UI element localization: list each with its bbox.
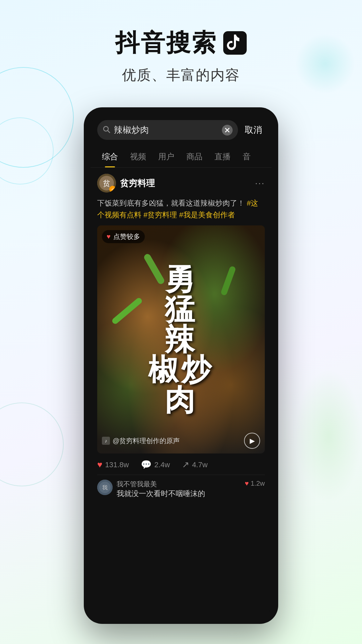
post-section: 贫 ✓ 贫穷料理 ··· 下饭菜到底有多凶猛，就看这道辣椒炒肉了！ #这个视频有… bbox=[90, 168, 272, 499]
post-stats: ♥ 131.8w 💬 2.4w ↗ 4.7w bbox=[97, 453, 265, 475]
comment-icon: 💬 bbox=[141, 460, 152, 470]
title-text: 抖音搜索 bbox=[115, 27, 217, 59]
like-icon: ♥ bbox=[97, 460, 102, 470]
top-section: 抖音搜索 优质、丰富的内容 bbox=[0, 27, 362, 85]
video-background: ♥ 点赞较多 勇 猛 辣 椒炒 肉 bbox=[97, 225, 265, 453]
svg-text:我: 我 bbox=[102, 485, 108, 490]
post-user-info[interactable]: 贫 ✓ 贫穷料理 bbox=[97, 174, 155, 193]
tab-直播[interactable]: 直播 bbox=[208, 146, 237, 167]
phone-mockup: 辣椒炒肉 取消 综合 视频 bbox=[84, 107, 278, 624]
video-thumbnail[interactable]: ♥ 点赞较多 勇 猛 辣 椒炒 肉 bbox=[97, 225, 265, 453]
more-options-button[interactable]: ··· bbox=[255, 178, 265, 189]
verified-badge: ✓ bbox=[109, 186, 116, 193]
comment-text: 我就没一次看时不咽唾沫的 bbox=[117, 489, 241, 499]
comments-section: 我 我不管我最美 我就没一次看时不咽唾沫的 ♥ 1.2w bbox=[97, 475, 265, 499]
video-badge: ♥ 点赞较多 bbox=[102, 230, 145, 243]
username-label: 贫穷料理 bbox=[120, 177, 155, 189]
svg-point-0 bbox=[104, 126, 108, 131]
comments-count: 2.4w bbox=[154, 461, 170, 469]
comment-item: 我 我不管我最美 我就没一次看时不咽唾沫的 ♥ 1.2w bbox=[97, 480, 265, 499]
comment-like-count[interactable]: ♥ 1.2w bbox=[245, 480, 265, 487]
search-bar: 辣椒炒肉 取消 bbox=[90, 114, 272, 146]
video-title-overlay: 勇 猛 辣 椒炒 肉 bbox=[148, 264, 214, 415]
badge-text: 点赞较多 bbox=[113, 232, 140, 241]
tab-商品[interactable]: 商品 bbox=[180, 146, 208, 167]
phone-screen: 辣椒炒肉 取消 综合 视频 bbox=[90, 114, 272, 617]
comments-stat[interactable]: 💬 2.4w bbox=[141, 460, 170, 470]
tab-综合[interactable]: 综合 bbox=[96, 146, 124, 167]
post-desc-text: 下饭菜到底有多凶猛，就看这道辣椒炒肉了！ bbox=[97, 199, 245, 207]
tiktok-logo-icon bbox=[223, 31, 247, 55]
post-header: 贫 ✓ 贫穷料理 ··· bbox=[97, 174, 265, 193]
tab-视频[interactable]: 视频 bbox=[124, 146, 152, 167]
search-query-text: 辣椒炒肉 bbox=[114, 124, 219, 136]
tab-bar: 综合 视频 用户 商品 直播 音 bbox=[90, 146, 272, 168]
likes-count: 131.8w bbox=[105, 461, 129, 469]
play-button[interactable]: ▶ bbox=[244, 433, 260, 449]
commenter-avatar: 我 bbox=[97, 480, 113, 495]
share-icon: ↗ bbox=[182, 460, 189, 470]
video-bottom-bar: ♪ @贫穷料理创作的原声 ▶ bbox=[102, 433, 260, 449]
search-input-container[interactable]: 辣椒炒肉 bbox=[97, 120, 238, 140]
post-description: 下饭菜到底有多凶猛，就看这道辣椒炒肉了！ #这个视频有点料 #贫穷料理 #我是美… bbox=[97, 197, 265, 221]
tiktok-small-icon: ♪ bbox=[102, 437, 110, 445]
main-title: 抖音搜索 bbox=[0, 27, 362, 59]
commenter-username: 我不管我最美 bbox=[117, 480, 241, 489]
heart-icon: ♥ bbox=[107, 233, 111, 240]
tab-用户[interactable]: 用户 bbox=[152, 146, 180, 167]
comment-content: 我不管我最美 我就没一次看时不咽唾沫的 bbox=[117, 480, 241, 499]
clear-search-button[interactable] bbox=[222, 125, 233, 136]
search-icon bbox=[103, 125, 111, 135]
audio-text: @贫穷料理创作的原声 bbox=[113, 436, 180, 445]
likes-stat[interactable]: ♥ 131.8w bbox=[97, 460, 129, 470]
bg-blob-right bbox=[295, 369, 362, 503]
phone-frame: 辣椒炒肉 取消 综合 视频 bbox=[84, 107, 278, 624]
subtitle-text: 优质、丰富的内容 bbox=[0, 66, 362, 85]
cancel-search-button[interactable]: 取消 bbox=[242, 124, 265, 136]
svg-line-1 bbox=[108, 130, 110, 133]
shares-stat[interactable]: ↗ 4.7w bbox=[182, 460, 207, 470]
shares-count: 4.7w bbox=[192, 461, 207, 469]
bg-decoration-circle-3 bbox=[0, 402, 64, 486]
svg-text:贫: 贫 bbox=[103, 179, 110, 187]
tab-音频[interactable]: 音 bbox=[237, 146, 257, 167]
user-avatar: 贫 ✓ bbox=[97, 174, 116, 193]
audio-info: ♪ @贫穷料理创作的原声 bbox=[102, 436, 180, 445]
